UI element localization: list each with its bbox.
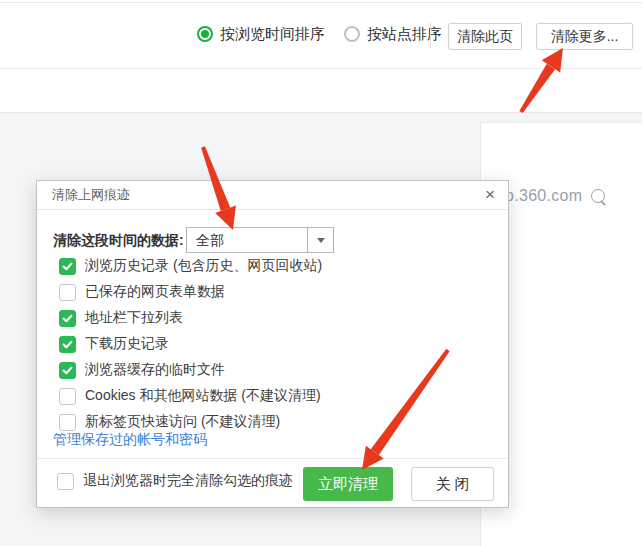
background-search-text: o.360.com	[505, 187, 582, 205]
checkbox-label: Cookies 和其他网站数据 (不建议清理)	[85, 387, 321, 405]
checkbox-row[interactable]: 地址栏下拉列表	[59, 309, 508, 327]
checkbox-icon	[57, 473, 74, 490]
check-icon	[62, 313, 73, 324]
dialog-titlebar: 清除上网痕迹 ×	[37, 181, 508, 210]
checkbox-icon	[59, 414, 76, 431]
chevron-down-icon	[317, 238, 325, 243]
checkbox-row[interactable]: 浏览历史记录 (包含历史、网页回收站)	[59, 257, 508, 275]
dialog-title: 清除上网痕迹	[52, 181, 130, 209]
checkbox-icon	[59, 336, 76, 353]
clear-traces-dialog: 清除上网痕迹 × 清除这段时间的数据: 全部 浏览历史记录 (包含历史、网页回收…	[36, 180, 509, 508]
checkbox-label: 新标签页快速访问 (不建议清理)	[85, 413, 280, 431]
time-range-label: 清除这段时间的数据:	[53, 227, 184, 253]
checkbox-label: 已保存的网页表单数据	[85, 283, 225, 301]
check-icon	[62, 261, 73, 272]
radio-icon	[344, 26, 360, 42]
clear-more-button[interactable]: 清除更多...	[536, 23, 633, 50]
clean-now-button[interactable]: 立即清理	[303, 467, 393, 501]
checkbox-icon	[59, 284, 76, 301]
sort-by-site-radio[interactable]: 按站点排序	[344, 26, 442, 42]
checkbox-label: 下载历史记录	[85, 335, 169, 353]
footer-divider	[37, 458, 508, 459]
select-arrow-box[interactable]	[307, 228, 333, 252]
checkbox-list: 浏览历史记录 (包含历史、网页回收站) 已保存的网页表单数据 地址栏下拉列表 下…	[37, 257, 508, 439]
checkbox-icon	[59, 388, 76, 405]
toolbar-bottom-border	[0, 68, 642, 69]
checkbox-row[interactable]: 下载历史记录	[59, 335, 508, 353]
time-range-value: 全部	[196, 228, 224, 252]
sort-by-time-radio[interactable]: 按浏览时间排序	[197, 26, 325, 42]
close-icon[interactable]: ×	[480, 181, 500, 209]
checkbox-label: 地址栏下拉列表	[85, 309, 183, 327]
check-icon	[62, 339, 73, 350]
sort-by-time-label: 按浏览时间排序	[220, 26, 325, 42]
checkbox-row[interactable]: Cookies 和其他网站数据 (不建议清理)	[59, 387, 508, 405]
radio-icon	[197, 26, 213, 42]
checkbox-icon	[59, 310, 76, 327]
checkbox-row[interactable]: 浏览器缓存的临时文件	[59, 361, 508, 379]
clear-this-page-button[interactable]: 清除此页	[448, 23, 522, 50]
check-icon	[62, 365, 73, 376]
checkbox-row[interactable]: 新标签页快速访问 (不建议清理)	[59, 413, 508, 431]
time-range-select[interactable]: 全部	[186, 227, 334, 253]
screen: 按浏览时间排序 按站点排序 清除此页 清除更多... o.360.com 清除上…	[0, 0, 642, 546]
checkbox-label: 浏览器缓存的临时文件	[85, 361, 225, 379]
toolbar-divider	[430, 22, 431, 48]
exit-clear-checkbox-row[interactable]: 退出浏览器时完全清除勾选的痕迹	[57, 472, 293, 490]
checkbox-row[interactable]: 已保存的网页表单数据	[59, 283, 508, 301]
close-dialog-button[interactable]: 关 闭	[411, 467, 494, 501]
manage-passwords-link[interactable]: 管理保存过的帐号和密码	[53, 431, 207, 449]
top-hairline	[0, 2, 642, 3]
exit-clear-label: 退出浏览器时完全清除勾选的痕迹	[83, 472, 293, 490]
checkbox-icon	[59, 362, 76, 379]
checkbox-icon	[59, 258, 76, 275]
checkbox-label: 浏览历史记录 (包含历史、网页回收站)	[85, 257, 322, 275]
